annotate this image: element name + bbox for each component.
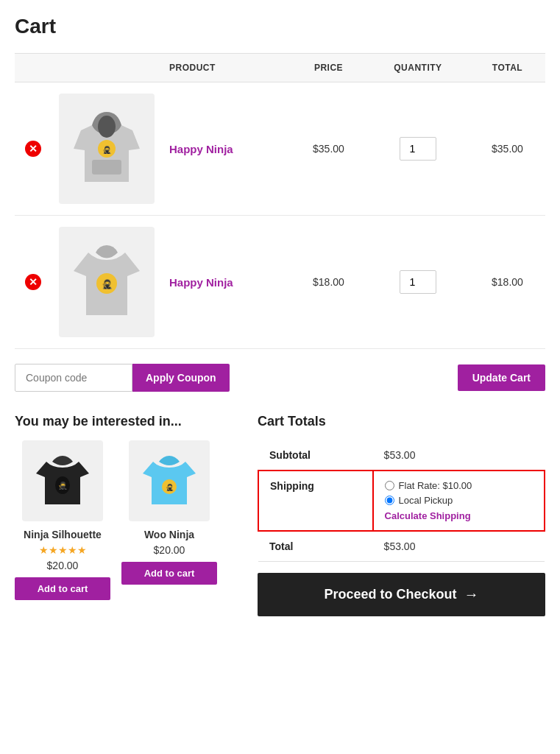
update-cart-button[interactable]: Update Cart: [458, 364, 545, 391]
product-card-name: Woo Ninja: [121, 529, 217, 540]
apply-coupon-button[interactable]: Apply Coupon: [132, 364, 230, 392]
totals-table: Subtotal $53.00 Shipping Flat Rate: $10.…: [258, 440, 545, 562]
checkout-arrow-icon: →: [464, 586, 479, 603]
shipping-options-cell: Flat Rate: $10.00 Local Pickup Calculate…: [373, 471, 545, 531]
shipping-pickup-radio[interactable]: [385, 496, 394, 505]
product-stars: ★★★★★: [15, 544, 110, 556]
proceed-to-checkout-button[interactable]: Proceed to Checkout →: [258, 573, 545, 616]
product-total: $35.00: [469, 82, 545, 216]
table-row: ✕ 🥷 Happy Ninja: [15, 216, 545, 349]
product-price: $18.00: [291, 216, 366, 349]
product-image-hoodie: 🥷: [59, 94, 155, 204]
add-to-cart-button[interactable]: Add to cart: [15, 577, 110, 600]
svg-point-0: [98, 116, 116, 138]
shipping-flat-label: Flat Rate: $10.00: [399, 480, 472, 491]
col-header-quantity: QUANTITY: [366, 54, 469, 82]
col-header-remove: [15, 54, 52, 82]
col-header-product: PRODUCT: [162, 54, 291, 82]
total-value: $53.00: [373, 531, 545, 562]
add-to-cart-button[interactable]: Add to cart: [121, 562, 217, 585]
product-cards: 🥷 Ninja Silhouette ★★★★★ $20.00 Add to c…: [15, 440, 235, 600]
cart-totals-section: Cart Totals Subtotal $53.00 Shipping Fla…: [258, 414, 545, 616]
quantity-input[interactable]: [400, 270, 436, 294]
cart-table: PRODUCT PRICE QUANTITY TOTAL ✕: [15, 53, 545, 349]
coupon-left: Apply Coupon: [15, 364, 230, 392]
coupon-input[interactable]: [15, 364, 132, 392]
remove-item-button[interactable]: ✕: [25, 274, 41, 290]
product-price: $35.00: [291, 82, 366, 216]
product-card-image-ninja-silhouette: 🥷: [22, 440, 103, 521]
bottom-section: You may be interested in... 🥷 Ninja Silh…: [15, 414, 545, 616]
svg-text:🥷: 🥷: [58, 481, 68, 490]
svg-rect-1: [92, 160, 121, 175]
shipping-option-pickup: Local Pickup: [385, 495, 533, 506]
shipping-pickup-label: Local Pickup: [399, 495, 453, 506]
interested-section: You may be interested in... 🥷 Ninja Silh…: [15, 414, 235, 600]
subtotal-value: $53.00: [373, 440, 545, 471]
subtotal-row: Subtotal $53.00: [258, 440, 545, 471]
product-card: 🥷 Ninja Silhouette ★★★★★ $20.00 Add to c…: [15, 440, 110, 600]
coupon-row: Apply Coupon Update Cart: [15, 364, 545, 392]
table-row: ✕ 🥷: [15, 82, 545, 216]
product-card-image-woo-ninja: 🥷: [129, 440, 210, 521]
svg-text:🥷: 🥷: [102, 278, 113, 289]
product-card: 🥷 Woo Ninja $20.00 Add to cart: [121, 440, 217, 600]
product-card-price: $20.00: [15, 560, 110, 571]
product-name-link[interactable]: Happy Ninja: [169, 276, 233, 289]
total-label: Total: [258, 531, 373, 562]
subtotal-label: Subtotal: [258, 440, 373, 471]
shipping-option-flat: Flat Rate: $10.00: [385, 480, 533, 491]
interested-title: You may be interested in...: [15, 414, 235, 429]
svg-text:🥷: 🥷: [166, 483, 174, 492]
col-header-total: TOTAL: [469, 54, 545, 82]
product-card-name: Ninja Silhouette: [15, 529, 110, 540]
remove-icon: ✕: [25, 141, 41, 157]
shipping-label: Shipping: [258, 471, 373, 531]
remove-icon: ✕: [25, 274, 41, 290]
col-header-image: [52, 54, 162, 82]
calculate-shipping-link[interactable]: Calculate Shipping: [385, 510, 533, 521]
total-row: Total $53.00: [258, 531, 545, 562]
remove-item-button[interactable]: ✕: [25, 141, 41, 157]
shipping-row: Shipping Flat Rate: $10.00 Local Pickup …: [258, 471, 545, 531]
checkout-label: Proceed to Checkout: [324, 587, 456, 602]
svg-text:🥷: 🥷: [102, 145, 112, 155]
product-total: $18.00: [469, 216, 545, 349]
page-title: Cart: [15, 15, 545, 38]
product-card-price: $20.00: [121, 544, 217, 556]
product-image-tshirt: 🥷: [59, 227, 155, 337]
shipping-flat-radio[interactable]: [385, 481, 394, 490]
cart-totals-title: Cart Totals: [258, 414, 545, 429]
quantity-input[interactable]: [400, 137, 436, 161]
col-header-price: PRICE: [291, 54, 366, 82]
product-name-link[interactable]: Happy Ninja: [169, 143, 233, 155]
